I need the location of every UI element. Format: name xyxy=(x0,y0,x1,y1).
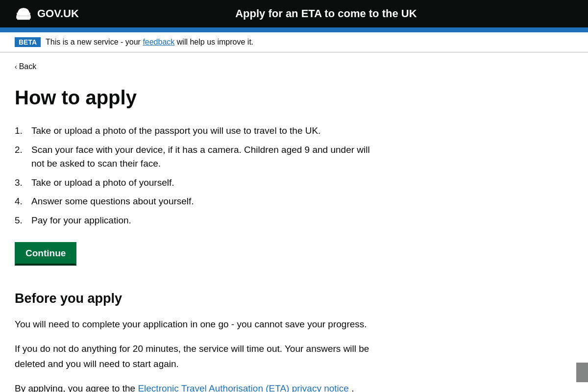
list-item: 1. Take or upload a photo of the passpor… xyxy=(15,124,377,138)
beta-banner: Beta This is a new service - your feedba… xyxy=(0,32,588,52)
list-item: 4. Answer some questions about yourself. xyxy=(15,195,377,209)
steps-list: 1. Take or upload a photo of the passpor… xyxy=(15,124,377,227)
step-number: 1. xyxy=(15,124,26,138)
feedback-link[interactable]: feedback xyxy=(143,38,174,46)
page-heading: How to apply xyxy=(15,86,377,109)
gov-uk-logo-text: GOV.UK xyxy=(37,7,79,20)
main-content: ‹ Back How to apply 1. Take or upload a … xyxy=(0,52,392,392)
eta-privacy-notice-link[interactable]: Electronic Travel Authorisation (ETA) pr… xyxy=(138,383,349,392)
before-you-apply-section: Before you apply You will need to comple… xyxy=(15,290,377,392)
before-you-apply-para1: You will need to complete your applicati… xyxy=(15,317,377,332)
step-text: Scan your face with your device, if it h… xyxy=(31,143,377,171)
svg-point-6 xyxy=(29,13,30,14)
gov-uk-logo[interactable]: GOV.UK xyxy=(15,6,79,22)
step-number: 5. xyxy=(15,214,26,228)
list-item: 2. Scan your face with your device, if i… xyxy=(15,143,377,171)
step-text: Take or upload a photo of the passport y… xyxy=(31,124,377,138)
before-you-apply-para2: If you do not do anything for 20 minutes… xyxy=(15,342,377,371)
scroll-hint xyxy=(576,363,588,382)
crown-icon xyxy=(15,6,32,22)
svg-point-2 xyxy=(23,8,24,9)
blue-bar xyxy=(0,27,588,32)
svg-rect-1 xyxy=(17,19,30,20)
svg-point-5 xyxy=(17,13,18,14)
beta-banner-text: This is a new service - your feedback wi… xyxy=(46,38,253,47)
list-item: 3. Take or upload a photo of yourself. xyxy=(15,176,377,190)
list-item: 5. Pay for your application. xyxy=(15,214,377,228)
step-text: Pay for your application. xyxy=(31,214,377,228)
beta-tag: Beta xyxy=(15,37,41,47)
step-text: Take or upload a photo of yourself. xyxy=(31,176,377,190)
continue-button[interactable]: Continue xyxy=(15,242,76,266)
step-number: 2. xyxy=(15,143,26,171)
svg-rect-0 xyxy=(16,16,30,19)
before-you-apply-para3-after: . xyxy=(351,383,354,392)
step-number: 3. xyxy=(15,176,26,190)
step-number: 4. xyxy=(15,195,26,209)
before-you-apply-para3: By applying, you agree to the Electronic… xyxy=(15,381,377,392)
back-link-label: Back xyxy=(19,62,37,71)
svg-point-3 xyxy=(19,10,20,11)
before-you-apply-heading: Before you apply xyxy=(15,290,377,307)
before-you-apply-para3-before: By applying, you agree to the xyxy=(15,383,135,392)
site-header: GOV.UK Apply for an ETA to come to the U… xyxy=(0,0,588,27)
step-text: Answer some questions about yourself. xyxy=(31,195,377,209)
back-link[interactable]: ‹ Back xyxy=(15,62,36,71)
back-chevron-icon: ‹ xyxy=(15,63,17,71)
svg-point-4 xyxy=(27,10,28,11)
header-service-title: Apply for an ETA to come to the UK xyxy=(79,7,573,20)
